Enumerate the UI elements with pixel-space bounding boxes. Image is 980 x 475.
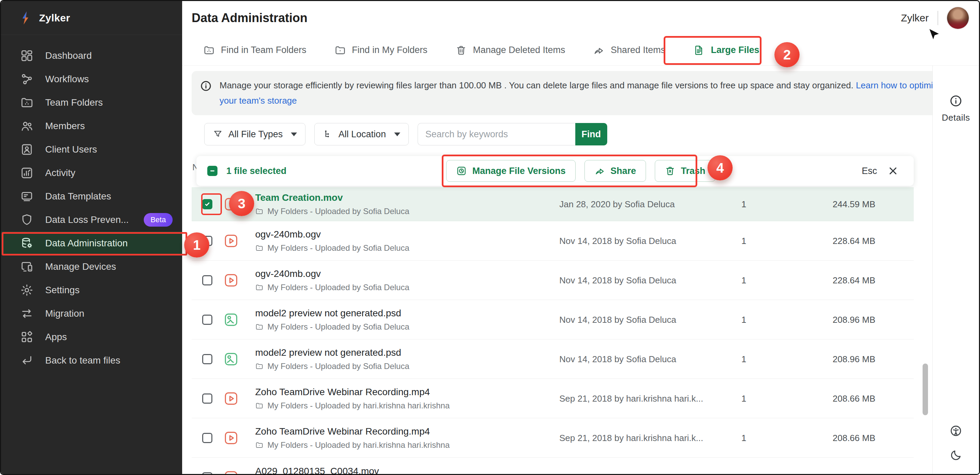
sidebar-item-team-folders[interactable]: Team Folders (1, 91, 182, 114)
modified-by: Nov 14, 2018 by Sofia Deluca (559, 314, 719, 325)
banner-message: Manage your storage efficiently by revie… (220, 80, 856, 91)
details-label: Details (942, 113, 970, 123)
annotation-step-badge: 4 (708, 155, 733, 180)
sidebar-item-dashboard[interactable]: Dashboard (1, 44, 182, 67)
tab-find-in-team-folders[interactable]: Find in Team Folders (203, 44, 307, 56)
file-location: My Folders - Uploaded by Sofia Deluca (267, 283, 409, 292)
folder-icon (334, 44, 346, 56)
file-name[interactable]: A029_01280135_C0034.mov (255, 466, 379, 474)
settings-icon (20, 283, 33, 297)
file-location: My Folders - Uploaded by Sofia Deluca (267, 207, 409, 216)
file-list: Team Creation.mov My Folders - Uploaded … (192, 187, 914, 474)
image-icon (223, 311, 239, 328)
team-folders-icon (20, 96, 33, 110)
search-input[interactable] (418, 123, 575, 145)
folder-icon (255, 283, 263, 292)
table-row[interactable]: ogv-240mb.ogv My Folders - Uploaded by S… (192, 261, 914, 300)
file-name[interactable]: ogv-240mb.ogv (255, 268, 409, 279)
table-row[interactable]: Team Creation.mov My Folders - Uploaded … (192, 187, 914, 221)
sidebar-item-apps[interactable]: Apps (1, 325, 182, 349)
file-type-filter[interactable]: All File Types (204, 123, 305, 145)
account-name[interactable]: Zylker (901, 12, 929, 24)
sidebar-item-client-users[interactable]: Client Users (1, 138, 182, 161)
annotation-box-toolbar-buttons (442, 155, 697, 187)
close-icon[interactable] (887, 165, 899, 177)
user-avatar[interactable] (947, 7, 969, 29)
tab-label: Find in Team Folders (221, 45, 307, 56)
annotation-step-badge: 2 (775, 42, 800, 67)
annotation-step-badge: 1 (184, 232, 209, 257)
sidebar-item-activity[interactable]: Activity (1, 161, 182, 184)
table-row[interactable]: A029_01280135_C0034.mov (192, 458, 914, 474)
sidebar-item-back-to-team-files[interactable]: Back to team files (1, 349, 182, 372)
row-checkbox[interactable] (202, 472, 212, 474)
row-checkbox[interactable] (202, 354, 212, 364)
modified-by: Nov 14, 2018 by Sofia Deluca (559, 235, 719, 246)
details-rail: Details (932, 65, 979, 474)
tab-label: Manage Deleted Items (473, 45, 565, 56)
row-checkbox[interactable] (202, 394, 212, 404)
sidebar-item-members[interactable]: Members (1, 114, 182, 138)
details-toggle[interactable]: Details (933, 94, 979, 123)
sidebar-item-label: Migration (45, 308, 84, 319)
accessibility-icon[interactable] (950, 424, 963, 437)
folder-icon (255, 207, 263, 215)
file-location: My Folders - Uploaded by Sofia Deluca (267, 243, 409, 253)
file-size: 208.66 MB (793, 393, 875, 404)
row-checkbox[interactable] (202, 275, 212, 285)
file-name[interactable]: Zoho TeamDrive Webinar Recording.mp4 (255, 426, 450, 437)
tab-shared-items[interactable]: Shared Items (593, 44, 665, 56)
sidebar-item-manage-devices[interactable]: Manage Devices (1, 255, 182, 278)
file-name[interactable]: model2 preview not generated.psd (255, 347, 409, 358)
video-icon (223, 233, 239, 249)
file-name[interactable]: model2 preview not generated.psd (255, 308, 409, 319)
table-row[interactable]: ogv-240mb.ogv My Folders - Uploaded by S… (192, 221, 914, 261)
location-filter[interactable]: All Location (314, 123, 409, 145)
members-icon (20, 119, 33, 133)
sidebar-item-settings[interactable]: Settings (1, 278, 182, 302)
logo[interactable]: Zylker (1, 1, 182, 35)
tab-find-in-my-folders[interactable]: Find in My Folders (334, 44, 428, 56)
row-checkbox[interactable] (202, 433, 212, 443)
details-info-icon (949, 94, 963, 108)
client-users-icon (20, 143, 33, 156)
file-name[interactable]: Team Creation.mov (255, 192, 409, 203)
file-name[interactable]: ogv-240mb.ogv (255, 229, 409, 240)
share-icon (593, 44, 605, 56)
trash-icon (455, 44, 467, 56)
modified-by: Jan 28, 2020 by Sofia Deluca (559, 199, 719, 209)
file-location: My Folders - Uploaded by Sofia Deluca (267, 362, 409, 371)
scrollbar-thumb[interactable] (923, 364, 928, 415)
select-all-checkbox[interactable] (207, 166, 218, 176)
sidebar-item-data-loss-preven[interactable]: Data Loss Preven... Beta (1, 208, 182, 231)
find-button[interactable]: Find (575, 123, 607, 145)
version-count: 1 (717, 275, 771, 285)
sidebar-item-data-templates[interactable]: Data Templates (1, 184, 182, 208)
row-checkbox[interactable] (202, 315, 212, 325)
sidebar-item-workflows[interactable]: Workflows (1, 67, 182, 91)
table-row[interactable]: Zoho TeamDrive Webinar Recording.mp4 My … (192, 418, 914, 458)
sidebar-nav: Dashboard Workflows Team Folders Members… (1, 35, 182, 372)
info-icon (200, 80, 212, 92)
esc-label: Esc (862, 166, 877, 176)
tab-label: Find in My Folders (352, 45, 428, 56)
tab-manage-deleted-items[interactable]: Manage Deleted Items (455, 44, 565, 56)
sidebar-item-label: Dashboard (45, 50, 92, 61)
image-icon (223, 351, 239, 367)
file-name[interactable]: Zoho TeamDrive Webinar Recording.mp4 (255, 387, 450, 397)
rail-bottom (933, 424, 979, 462)
sidebar-item-label: Settings (45, 285, 80, 295)
folder-icon (255, 244, 263, 252)
version-count: 1 (717, 354, 771, 364)
annotation-box-row-checkbox (201, 193, 222, 215)
sidebar-item-migration[interactable]: Migration (1, 302, 182, 325)
table-row[interactable]: Zoho TeamDrive Webinar Recording.mp4 My … (192, 379, 914, 418)
top-bar: Data Administration Zylker (182, 1, 979, 35)
dark-mode-moon-icon[interactable] (950, 449, 963, 462)
sidebar-item-label: Client Users (45, 144, 97, 155)
table-row[interactable]: model2 preview not generated.psd My Fold… (192, 300, 914, 340)
chevron-down-icon (291, 132, 297, 136)
file-size: 208.66 MB (793, 432, 875, 443)
table-row[interactable]: model2 preview not generated.psd My Fold… (192, 340, 914, 379)
modified-by: Sep 21, 2018 by hari.krishna hari.k... (559, 432, 719, 443)
